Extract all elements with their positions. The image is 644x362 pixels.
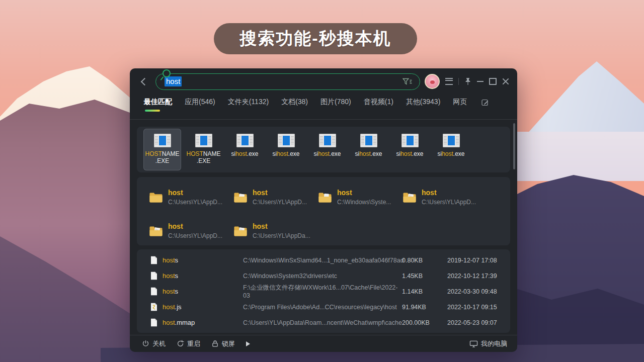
folder-path: C:\Users\YL\AppD... [168,199,222,206]
exe-file-icon [443,134,460,147]
file-date: 2022-10-12 17:39 [447,273,497,280]
tab-documents[interactable]: 文档(38) [281,98,308,107]
file-icon [150,256,158,264]
tab-media[interactable]: 音视频(1) [364,98,393,107]
window-header: host [130,68,517,95]
file-path: F:\企业微信文件存储\WXWork\16...07\Cache\File\20… [243,284,402,299]
folder-path: C:\Users\YL\AppDa... [253,232,310,239]
app-result-sihost-exe[interactable]: sihost.exe [267,129,305,170]
app-label: sihost.exe [226,150,264,157]
tab-others[interactable]: 其他(3943) [406,98,440,107]
exe-file-icon [154,134,171,147]
folder-icon [233,192,248,203]
desktop: 搜索功能-秒搜本机 host [0,0,644,362]
file-date: 2022-03-30 09:48 [447,288,497,295]
exe-file-icon [195,134,212,147]
tab-images[interactable]: 图片(780) [320,98,351,107]
tabs-divider [130,119,517,120]
app-label: sihost.exe [308,150,346,157]
tab-apps[interactable]: 应用(546) [185,98,215,107]
title-banner-text: 搜索功能-秒搜本机 [239,27,391,50]
file-row[interactable]: hosts C:\Windows\System32\drivers\etc 1.… [137,268,510,284]
restart-button[interactable]: 重启 [177,339,200,348]
app-label: HOSTNAME.EXE [185,150,222,164]
folder-result[interactable]: host C:\Users\YL\AppD... [149,220,233,241]
close-icon[interactable] [502,78,509,85]
folder-result[interactable]: host C:\Users\YL\AppD... [233,187,318,208]
file-row[interactable]: host.js C:\Program Files\Adobe\Ad...CC\r… [137,299,510,315]
folder-path: C:\Users\YL\AppD... [253,199,307,206]
exe-file-icon [360,134,377,147]
app-result-sihost-exe[interactable]: sihost.exe [308,129,346,170]
my-computer-button[interactable]: 我的电脑 [469,339,507,348]
folder-icon [233,225,248,237]
app-result-sihost-exe[interactable]: sihost.exe [350,129,387,170]
exe-file-icon [278,134,295,147]
file-row[interactable]: hosts F:\企业微信文件存储\WXWork\16...07\Cache\F… [137,284,510,299]
app-label: sihost.exe [267,150,305,157]
file-path: C:\Windows\System32\drivers\etc [243,273,402,280]
folder-name: host [253,222,310,230]
pin-icon[interactable] [464,77,471,85]
maximize-icon[interactable] [489,78,497,85]
tab-web[interactable]: 网页 [453,98,467,107]
lock-icon [211,340,219,347]
tab-folders[interactable]: 文件夹(1132) [228,98,269,107]
search-value-selected[interactable]: host [165,76,182,86]
app-result-sihost-exe[interactable]: sihost.exe [432,129,470,170]
folder-result[interactable]: host C:\Users\YL\AppDa... [233,220,318,241]
app-result-sihost-exe[interactable]: sihost.exe [226,129,264,170]
restart-icon [177,340,184,347]
file-date: 2019-12-07 17:08 [447,257,497,264]
exe-file-icon [319,134,336,147]
files-result-card: hosts C:\Windows\WinSxS\amd64...1_none_e… [137,249,510,333]
file-path: C:\Program Files\Adobe\Ad...CC\resources… [243,304,402,311]
tab-best-match[interactable]: 最佳匹配 [144,98,172,107]
tab-edit-icon[interactable] [481,99,489,106]
folder-icon [149,225,163,237]
file-size: 1.45KB [402,273,447,280]
scrollbar[interactable] [513,123,515,169]
exe-file-icon [401,134,419,147]
user-avatar[interactable] [425,74,440,89]
result-tabs: 最佳匹配 应用(546) 文件夹(1132) 文档(38) 图片(780) 音视… [144,98,507,107]
folder-result[interactable]: host C:\Users\YL\AppD... [403,187,487,208]
file-icon [150,287,158,296]
menu-icon[interactable] [445,78,453,85]
file-size: 200.00KB [402,319,447,326]
file-row[interactable]: hosts C:\Windows\WinSxS\amd64...1_none_e… [137,252,510,268]
file-size: 0.80KB [402,257,447,264]
filter-icon[interactable] [403,78,413,85]
file-icon [150,318,158,327]
app-label: sihost.exe [350,150,387,157]
app-result-hostname-exe[interactable]: HOSTNAME.EXE [143,129,181,170]
shutdown-button[interactable]: 关机 [142,339,166,348]
folder-name: host [337,189,391,197]
file-size: 91.94KB [402,304,447,311]
folder-icon [149,192,163,203]
app-result-sihost-exe[interactable]: sihost.exe [391,129,429,170]
power-icon [142,340,149,347]
file-icon [150,272,158,280]
file-size: 1.14KB [402,288,447,295]
folder-result[interactable]: host C:\Users\YL\AppD... [149,187,233,208]
search-input[interactable]: host [155,73,420,90]
expand-arrow-icon[interactable] [246,341,250,346]
folder-name: host [168,222,222,230]
back-icon[interactable] [141,77,149,85]
file-row[interactable]: host.mmap C:\Users\YL\AppData\Roam...nce… [137,315,510,330]
folder-icon [318,192,332,203]
lock-screen-button[interactable]: 锁屏 [211,339,235,348]
folder-icon [403,192,417,203]
folder-result[interactable]: host C:\Windows\Syste... [318,187,403,208]
minimize-icon[interactable] [477,81,484,82]
file-path: C:\Windows\WinSxS\amd64...1_none_eb30aaf… [243,257,402,264]
search-launcher-window: host [130,68,517,352]
apps-result-card: HOSTNAME.EXE HOSTNAME.EXE sihost.exe sih… [137,127,510,172]
window-footer: 关机 重启 锁屏 我的电脑 [130,335,517,352]
title-banner: 搜索功能-秒搜本机 [214,23,417,54]
folder-name: host [253,189,307,197]
file-date: 2022-10-17 09:15 [447,304,497,311]
app-result-hostname-exe[interactable]: HOSTNAME.EXE [185,129,222,170]
exe-file-icon [236,134,254,147]
